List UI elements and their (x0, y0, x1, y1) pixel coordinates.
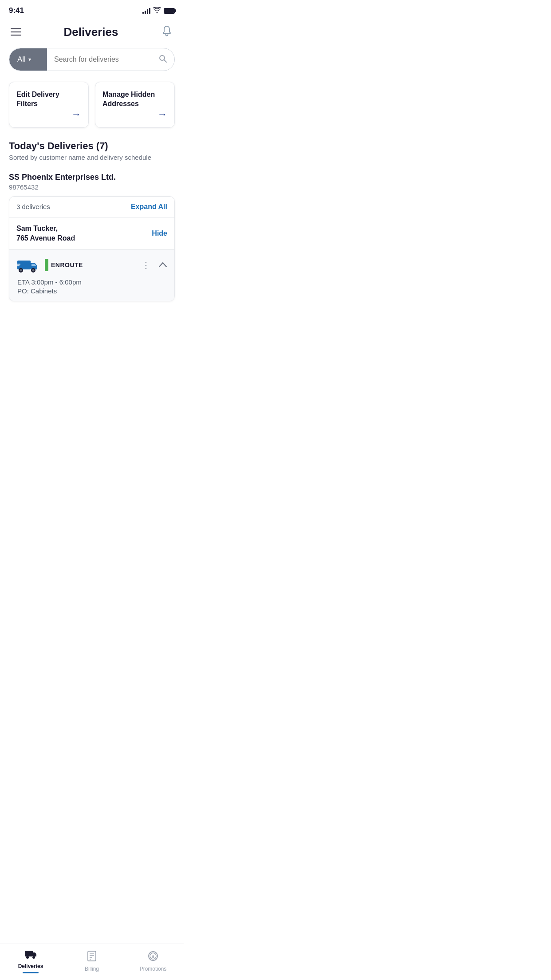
hamburger-line-2 (11, 32, 21, 32)
delivery-recipient: Sam Tucker, (16, 224, 75, 233)
status-label: ENROUTE (51, 261, 83, 269)
collapse-button[interactable] (158, 261, 167, 270)
hide-address-button[interactable]: Hide (152, 229, 167, 237)
search-bar: All ▾ (9, 48, 175, 71)
menu-button[interactable] (11, 28, 21, 36)
section-title: Today's Deliveries (7) (9, 140, 175, 152)
delivery-item-left: ENROUTE (16, 256, 83, 274)
battery-icon (164, 8, 175, 14)
delivery-address: Sam Tucker, 765 Avenue Road (16, 224, 75, 244)
delivery-item: ENROUTE ⋮ ETA 3:00pm - 6:00pm PO: Cabine… (9, 250, 174, 301)
status-icons (142, 7, 175, 15)
search-container: All ▾ (0, 48, 184, 82)
search-input[interactable] (54, 55, 155, 63)
action-cards: Edit Delivery Filters → Manage Hidden Ad… (0, 82, 184, 140)
customer-id: 98765432 (9, 183, 175, 191)
chevron-down-icon: ▾ (28, 56, 31, 63)
svg-line-1 (164, 60, 166, 62)
svg-point-4 (20, 269, 22, 272)
manage-addresses-title: Manage Hidden Addresses (102, 90, 167, 109)
wifi-icon (153, 7, 161, 15)
hamburger-line-1 (11, 28, 21, 29)
status-dot (45, 259, 48, 271)
delivery-po: PO: Cabinets (17, 287, 167, 295)
delivery-address-row: Sam Tucker, 765 Avenue Road Hide (9, 217, 174, 250)
filter-label: All (17, 55, 26, 64)
svg-point-6 (32, 269, 35, 272)
hamburger-line-3 (11, 35, 21, 36)
status-time: 9:41 (9, 6, 24, 15)
page-title: Deliveries (64, 25, 118, 39)
notification-bell-button[interactable] (161, 25, 173, 39)
customer-group: SS Phoenix Enterprises Ltd. 98765432 3 d… (0, 165, 184, 302)
signal-bars-icon (142, 8, 150, 14)
more-options-button[interactable]: ⋮ (139, 259, 153, 271)
edit-filters-arrow: → (16, 109, 81, 120)
status-bar: 9:41 (0, 0, 184, 20)
delivery-eta: ETA 3:00pm - 6:00pm (17, 278, 167, 286)
delivery-count: 3 deliveries (16, 203, 50, 210)
svg-rect-2 (17, 261, 31, 269)
delivery-item-top: ENROUTE ⋮ (16, 256, 167, 274)
delivery-street: 765 Avenue Road (16, 233, 75, 243)
manage-hidden-addresses-card[interactable]: Manage Hidden Addresses → (95, 82, 175, 128)
section-header: Today's Deliveries (7) Sorted by custome… (0, 140, 184, 165)
search-icon[interactable] (158, 54, 167, 65)
delivery-card: 3 deliveries Expand All Sam Tucker, 765 … (9, 196, 175, 302)
delivery-item-details: ETA 3:00pm - 6:00pm PO: Cabinets (16, 278, 167, 295)
edit-filters-title: Edit Delivery Filters (16, 90, 81, 109)
delivery-card-header: 3 deliveries Expand All (9, 197, 174, 217)
delivery-item-actions: ⋮ (139, 259, 167, 271)
status-badge: ENROUTE (45, 259, 83, 271)
section-subtitle: Sorted by customer name and delivery sch… (9, 154, 175, 161)
edit-delivery-filters-card[interactable]: Edit Delivery Filters → (9, 82, 89, 128)
app-header: Deliveries (0, 20, 184, 48)
search-filter-button[interactable]: All ▾ (9, 48, 47, 71)
customer-name: SS Phoenix Enterprises Ltd. (9, 173, 175, 182)
expand-all-button[interactable]: Expand All (131, 203, 167, 211)
manage-addresses-arrow: → (102, 109, 167, 120)
search-input-wrapper (47, 54, 174, 65)
truck-icon (16, 256, 39, 274)
